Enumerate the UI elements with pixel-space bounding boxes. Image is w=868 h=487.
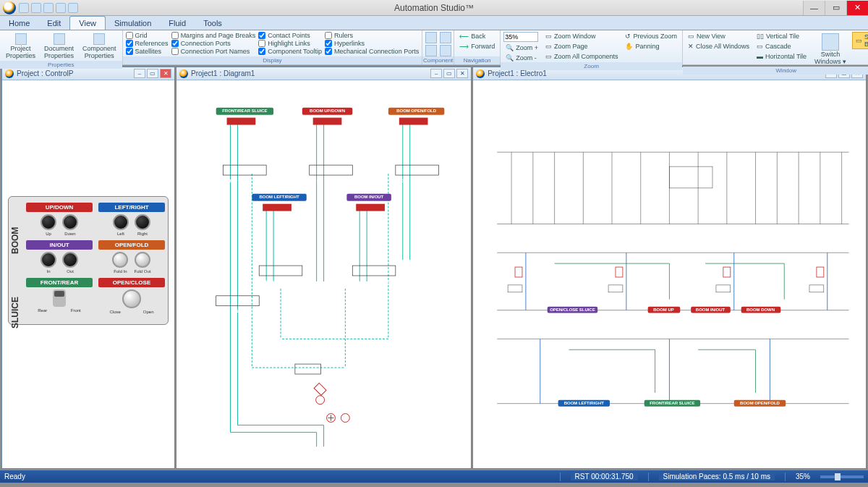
close-all-windows-button[interactable]: ✕Close All Windows — [686, 42, 752, 51]
zoom-all-button[interactable]: ▭Zoom All Components — [543, 52, 621, 61]
status-bar-toggle[interactable]: ▭Status Bar — [852, 32, 868, 49]
panning-button[interactable]: ✋Panning — [623, 42, 679, 51]
satellites-checkbox[interactable]: Satellites — [126, 48, 169, 55]
tab-fluid[interactable]: Fluid — [160, 17, 195, 30]
switch-windows-button[interactable]: Switch Windows ▾ — [812, 32, 849, 67]
ribbon-group-properties-title: Properties — [0, 61, 122, 69]
tab-simulation[interactable]: Simulation — [106, 17, 160, 30]
previous-zoom-button[interactable]: ↺Previous Zoom — [623, 32, 679, 41]
frontrear-toggle[interactable] — [53, 289, 66, 307]
contact-points-checkbox[interactable]: Contact Points — [258, 32, 322, 39]
rulers-checkbox[interactable]: Rulers — [325, 32, 419, 39]
svg-rect-46 — [809, 285, 824, 292]
connection-port-names-checkbox[interactable]: Connection Port Names — [171, 48, 256, 55]
svg-text:FRONT/REAR SLUICE: FRONT/REAR SLUICE — [650, 401, 694, 405]
pane-control-titlebar[interactable]: Project : ControlP – ▭ ✕ — [2, 67, 174, 80]
pane-minimize-button[interactable]: – — [134, 69, 145, 78]
svg-text:Sluice Close: Sluice Close — [236, 309, 262, 313]
component-tool-1-icon[interactable] — [425, 32, 437, 43]
out-knob[interactable]: Out — [62, 252, 78, 274]
in-knob[interactable]: In — [41, 252, 56, 274]
pane-maximize-button[interactable]: ▭ — [147, 69, 158, 78]
component-properties-button[interactable]: Component Properties — [80, 32, 119, 61]
foldout-knob[interactable]: Fold Out — [134, 252, 150, 274]
arrow-right-icon: ⟶ — [459, 43, 469, 50]
tab-view[interactable]: View — [69, 16, 106, 30]
component-tool-4-icon[interactable] — [440, 45, 451, 56]
hyperlinks-checkbox[interactable]: Hyperlinks — [325, 40, 419, 47]
foldin-knob[interactable]: Fold In — [112, 252, 128, 274]
zoom-plus-button[interactable]: 🔍Zoom + — [503, 43, 540, 52]
zoom-page-button[interactable]: ▭Zoom Page — [543, 42, 621, 51]
window-maximize-button[interactable]: ▭ — [825, 1, 846, 15]
svg-text:Fold In: Fold In — [425, 179, 439, 183]
tab-home[interactable]: Home — [0, 17, 38, 30]
zoom-value-input[interactable] — [503, 32, 538, 42]
ribbon-group-window: ▭New View ✕Close All Windows ▯▯Vertical … — [683, 30, 868, 64]
tab-tools[interactable]: Tools — [195, 17, 231, 30]
inout-header: IN/OUT — [26, 240, 93, 250]
margins-checkbox[interactable]: Margins and Page Breaks — [171, 32, 256, 39]
new-view-icon: ▭ — [688, 33, 694, 40]
component-tooltip-checkbox[interactable]: Component Tooltip — [258, 48, 322, 55]
project-properties-button[interactable]: Project Properties — [3, 32, 38, 61]
right-knob[interactable]: Right — [135, 214, 150, 236]
nav-forward-button[interactable]: ⟶Forward — [457, 42, 497, 51]
zoom-page-icon: ▭ — [545, 43, 552, 50]
vertical-tile-button[interactable]: ▯▯Vertical Tile — [754, 32, 809, 41]
svg-rect-43 — [508, 285, 522, 292]
left-knob[interactable]: Left — [113, 214, 129, 236]
openclose-dial[interactable] — [122, 289, 141, 308]
highlight-links-checkbox[interactable]: Highlight Links — [258, 40, 322, 47]
svg-rect-4 — [356, 204, 385, 211]
svg-text:BOOM IN/OUT: BOOM IN/OUT — [354, 195, 384, 199]
new-view-button[interactable]: ▭New View — [686, 32, 752, 41]
grid-checkbox[interactable]: Grid — [126, 32, 169, 39]
zoom-minus-button[interactable]: 🔍Zoom - — [503, 54, 540, 62]
svg-text:BOOM OPEN/FOLD: BOOM OPEN/FOLD — [396, 109, 436, 113]
frontrear-header: FRONT/REAR — [26, 278, 93, 287]
qat-save-icon[interactable] — [19, 3, 29, 13]
document-properties-button[interactable]: Document Properties — [41, 32, 77, 61]
horizontal-tile-button[interactable]: ▬Horizontal Tile — [754, 52, 809, 61]
pane-diagram-titlebar[interactable]: Project1 : Diagram1 – ▭ ✕ — [176, 67, 471, 80]
quick-access-toolbar — [19, 3, 78, 13]
pane-minimize-button[interactable]: – — [430, 69, 442, 78]
references-checkbox[interactable]: References — [126, 40, 169, 47]
status-zoom-level: 35% — [796, 473, 810, 480]
window-close-button[interactable]: ✕ — [846, 1, 868, 15]
qat-undo-icon[interactable] — [31, 3, 41, 13]
component-tool-2-icon[interactable] — [425, 45, 437, 56]
connection-ports-checkbox[interactable]: Connection Ports — [171, 40, 256, 47]
zoom-window-button[interactable]: ▭Zoom Window — [543, 32, 621, 41]
component-tool-3-icon[interactable] — [440, 32, 451, 43]
nav-back-button[interactable]: ⟵Back — [457, 32, 488, 41]
qat-stop-icon[interactable] — [68, 3, 78, 13]
pane-icon — [179, 69, 188, 78]
svg-text:Boom Up: Boom Up — [303, 179, 323, 183]
pane-close-button[interactable]: ✕ — [456, 69, 468, 78]
pane-close-button[interactable]: ✕ — [160, 69, 171, 78]
qat-redo-icon[interactable] — [43, 3, 54, 13]
pane-diagram-canvas[interactable]: FRONT/REAR SLUICE BOOM UP/DOWN BOOM OPEN… — [176, 80, 471, 468]
qat-run-icon[interactable] — [56, 3, 66, 13]
pane-maximize-button[interactable]: ▭ — [443, 69, 455, 78]
svg-rect-7 — [396, 165, 439, 175]
svg-rect-41 — [817, 267, 824, 277]
pane-electro-canvas[interactable]: OPEN/CLOSE SLUICE BOOM UP BOOM IN/OUT BO… — [473, 80, 866, 468]
previous-zoom-icon: ↺ — [625, 33, 631, 40]
svg-rect-3 — [263, 204, 292, 211]
tab-edit[interactable]: Edit — [38, 17, 69, 30]
svg-text:BOOM IN/OUT: BOOM IN/OUT — [696, 308, 726, 312]
mech-conn-ports-checkbox[interactable]: Mechanical Connection Ports — [325, 48, 419, 55]
pane-control-body[interactable]: BOOM SLUICE UP/DOWN Up Down LEFT/RIGHT L… — [2, 80, 174, 468]
pane-control: Project : ControlP – ▭ ✕ BOOM SLUICE UP/… — [1, 67, 175, 469]
ribbon-group-zoom-title: Zoom — [501, 62, 682, 70]
pan-hand-icon: ✋ — [625, 43, 633, 50]
zoom-slider[interactable] — [820, 475, 864, 478]
hydraulic-schematic: FRONT/REAR SLUICE BOOM UP/DOWN BOOM OPEN… — [176, 80, 471, 468]
window-minimize-button[interactable]: — — [803, 1, 825, 15]
down-knob[interactable]: Down — [62, 214, 78, 236]
cascade-button[interactable]: ▭Cascade — [754, 42, 809, 51]
up-knob[interactable]: Up — [41, 214, 56, 236]
